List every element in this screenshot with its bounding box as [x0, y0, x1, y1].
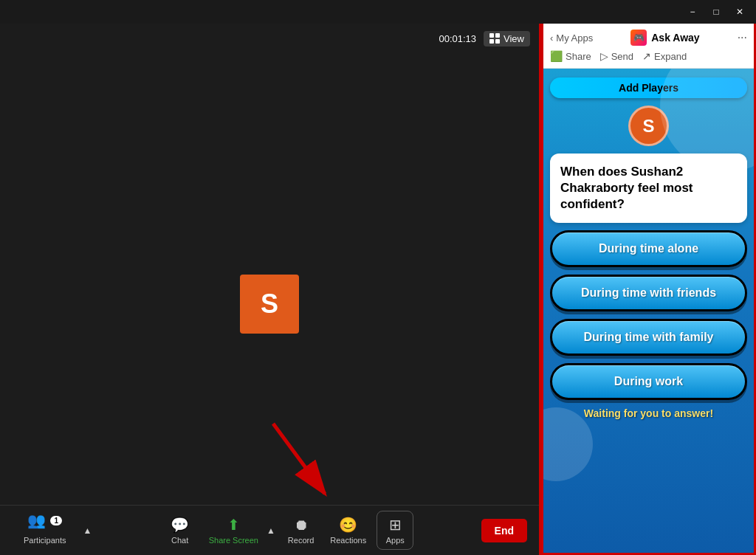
chat-icon: 💬: [171, 516, 189, 534]
video-center: S: [0, 53, 539, 555]
toolbar-right: End: [481, 519, 527, 542]
share-action-button[interactable]: 🟩 Share: [550, 50, 591, 62]
question-text: When does Sushan2 Chakraborty feel most …: [560, 165, 693, 211]
apps-label: Apps: [386, 536, 405, 545]
title-bar: − □ ✕: [0, 0, 756, 24]
share-screen-chevron[interactable]: ▲: [264, 525, 278, 536]
chat-label: Chat: [171, 536, 188, 545]
record-label: Record: [288, 536, 314, 545]
participants-button[interactable]: 👥 1 Participants: [12, 507, 78, 554]
app-title-row: 🎮 Ask Away: [630, 30, 699, 46]
participants-count: 1: [50, 516, 62, 525]
expand-action-button[interactable]: ↗ Expand: [642, 50, 687, 62]
end-call-button[interactable]: End: [481, 519, 527, 542]
video-topbar: 00:01:13 View: [0, 24, 539, 53]
chat-button[interactable]: 💬 Chat: [162, 511, 199, 549]
participants-icon-row: 👥 1: [27, 511, 62, 529]
expand-action-label: Expand: [654, 51, 687, 62]
view-button[interactable]: View: [484, 31, 530, 46]
panel-header-row1: ‹ My Apps 🎮 Ask Away ···: [550, 30, 747, 46]
send-action-icon: ▷: [600, 50, 608, 62]
answer-text-2: During time with family: [583, 331, 713, 343]
answer-button-0[interactable]: During time alone: [550, 230, 747, 267]
back-chevron-icon: ‹: [550, 32, 553, 44]
answer-text-3: During work: [614, 375, 683, 387]
askaway-content: Add Players S When does Sushan2 Chakrabo…: [541, 69, 756, 555]
answer-button-2[interactable]: During time with family: [550, 319, 747, 356]
share-screen-label: Share Screen: [209, 536, 258, 545]
avatar: S: [240, 275, 299, 334]
app-name: Ask Away: [651, 32, 699, 44]
right-panel: − □ ✕ ‹ My Apps 🎮 Ask Away ··· 🟩 Share: [539, 0, 756, 555]
toolbar-left: 👥 1 Participants ▲: [12, 507, 94, 554]
record-button[interactable]: ⏺ Record: [282, 512, 320, 549]
video-area: 00:01:13 View S: [0, 24, 539, 555]
send-action-label: Send: [611, 51, 633, 62]
answer-text-1: During time with friends: [581, 286, 716, 299]
close-button[interactable]: ✕: [729, 4, 750, 20]
share-screen-button[interactable]: ⬆ Share Screen: [203, 511, 264, 549]
minimize-button[interactable]: −: [682, 4, 703, 20]
share-action-icon: 🟩: [550, 50, 563, 62]
apps-button[interactable]: ⊞ Apps: [377, 511, 413, 550]
panel-header: ‹ My Apps 🎮 Ask Away ··· 🟩 Share ▷ Send …: [541, 24, 756, 69]
reactions-button[interactable]: 😊 Reactions: [324, 511, 372, 549]
toolbar-center: 💬 Chat ⬆ Share Screen ▲ ⏺ Record 😊 React…: [162, 511, 414, 550]
share-screen-group: ⬆ Share Screen ▲: [203, 511, 278, 549]
maximize-button[interactable]: □: [706, 4, 726, 20]
answer-button-3[interactable]: During work: [550, 363, 747, 400]
participants-label: Participants: [18, 531, 72, 549]
answer-button-1[interactable]: During time with friends: [550, 275, 747, 311]
participants-chevron[interactable]: ▲: [80, 525, 94, 536]
expand-action-icon: ↗: [642, 50, 651, 62]
waiting-text: Waiting for you to answer!: [584, 407, 713, 419]
send-action-button[interactable]: ▷ Send: [600, 50, 633, 62]
record-icon: ⏺: [294, 517, 309, 534]
share-screen-icon: ⬆: [227, 516, 240, 534]
answer-text-0: During time alone: [599, 242, 698, 255]
toolbar: 👥 1 Participants ▲ 💬 Chat ⬆ Share Screen…: [0, 505, 539, 555]
back-apps-button[interactable]: ‹ My Apps: [550, 32, 593, 44]
app-icon: 🎮: [630, 30, 647, 46]
panel-actions: 🟩 Share ▷ Send ↗ Expand: [550, 50, 747, 62]
share-action-label: Share: [566, 51, 591, 62]
apps-icon: ⊞: [389, 516, 402, 534]
more-options-button[interactable]: ···: [738, 31, 747, 44]
grid-icon: [489, 33, 500, 44]
reactions-icon: 😊: [339, 516, 357, 534]
reactions-label: Reactions: [330, 536, 366, 545]
back-apps-label: My Apps: [556, 32, 593, 44]
call-timer: 00:01:13: [439, 33, 476, 44]
